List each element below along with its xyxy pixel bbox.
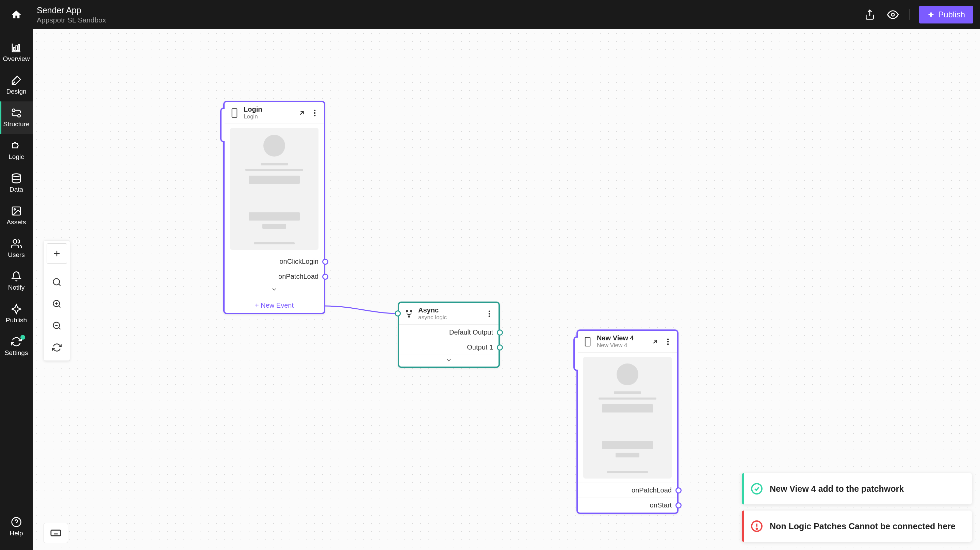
add-node-button[interactable] — [47, 243, 67, 264]
sidebar-item-notify[interactable]: Notify — [0, 265, 33, 298]
search-button[interactable] — [47, 272, 67, 292]
node-newview4[interactable]: New View 4 New View 4 onPatchLoad — [576, 330, 679, 514]
phone-icon — [229, 108, 240, 118]
svg-point-37 — [488, 310, 490, 312]
search-icon — [52, 277, 62, 287]
svg-point-31 — [314, 110, 316, 111]
share-button[interactable] — [863, 8, 877, 21]
sidebar-item-help[interactable]: Help — [0, 510, 33, 543]
sidebar-item-settings[interactable]: Settings — [0, 330, 33, 363]
event-onpatchload[interactable]: onPatchLoad — [224, 269, 324, 284]
home-button[interactable] — [7, 0, 26, 29]
preview-button[interactable] — [886, 8, 900, 21]
svg-line-17 — [59, 306, 60, 307]
sidebar-item-label: Users — [8, 251, 25, 259]
svg-rect-23 — [51, 530, 60, 536]
node-async[interactable]: Async async logic Default Output Output … — [398, 301, 500, 368]
sidebar-item-users[interactable]: Users — [0, 232, 33, 265]
output-port[interactable] — [675, 487, 682, 494]
event-label: onClickLogin — [279, 258, 318, 265]
sidebar-item-publish[interactable]: Publish — [0, 298, 33, 330]
settings-badge — [21, 335, 25, 340]
chevron-down-icon — [445, 358, 452, 362]
expand-button[interactable] — [298, 108, 306, 117]
svg-point-5 — [12, 109, 15, 112]
output-port[interactable] — [675, 502, 682, 509]
svg-rect-40 — [585, 337, 590, 346]
svg-point-42 — [667, 338, 669, 340]
svg-point-39 — [488, 316, 490, 317]
sidebar-item-logic[interactable]: Logic — [0, 134, 33, 167]
sidebar-item-overview[interactable]: Overview — [0, 36, 33, 69]
eye-icon — [887, 9, 899, 21]
canvas[interactable]: Login Login onClickLogin onPatchLo — [33, 29, 980, 550]
more-button[interactable] — [310, 108, 319, 117]
bell-icon — [11, 271, 22, 282]
output-port[interactable] — [497, 330, 503, 336]
node-header: Login Login — [224, 102, 324, 124]
more-button[interactable] — [485, 309, 494, 318]
alert-circle-icon — [751, 520, 763, 532]
pencil-ruler-icon — [11, 75, 22, 86]
home-icon — [11, 9, 22, 20]
svg-point-14 — [53, 279, 60, 285]
zoom-out-button[interactable] — [47, 316, 67, 336]
output-default[interactable]: Default Output — [399, 325, 498, 340]
sidebar-item-assets[interactable]: Assets — [0, 199, 33, 232]
output-port[interactable] — [322, 259, 328, 265]
phone-icon — [582, 336, 593, 347]
zoom-in-button[interactable] — [47, 294, 67, 314]
input-port[interactable] — [395, 310, 401, 317]
event-onstart[interactable]: onStart — [578, 497, 677, 513]
publish-button[interactable]: Publish — [919, 6, 973, 24]
svg-point-10 — [13, 240, 17, 243]
refresh-button[interactable] — [47, 337, 67, 358]
svg-rect-2 — [14, 48, 15, 50]
node-subtitle: async logic — [418, 314, 481, 321]
puzzle-icon — [11, 140, 22, 151]
chevron-down-icon — [271, 287, 278, 292]
sidebar-item-label: Assets — [6, 218, 26, 226]
more-button[interactable] — [663, 337, 672, 346]
svg-point-48 — [756, 528, 757, 529]
image-icon — [11, 206, 22, 217]
sidebar-item-structure[interactable]: Structure — [0, 101, 33, 134]
share-icon — [864, 9, 875, 20]
event-onclicklogin[interactable]: onClickLogin — [224, 254, 324, 269]
publish-label: Publish — [938, 10, 965, 19]
output-1[interactable]: Output 1 — [399, 340, 498, 355]
collapse-events-button[interactable] — [224, 284, 324, 296]
node-login[interactable]: Login Login onClickLogin onPatchLo — [223, 101, 325, 314]
output-port[interactable] — [497, 344, 503, 351]
sidebar-item-label: Structure — [3, 121, 29, 128]
output-port[interactable] — [322, 274, 328, 280]
sidebar-item-data[interactable]: Data — [0, 167, 33, 199]
plus-icon — [52, 249, 62, 258]
app-subtitle: Appspotr SL Sandbox — [37, 16, 106, 24]
event-onpatchload[interactable]: onPatchLoad — [578, 483, 677, 497]
rocket-icon — [927, 11, 935, 18]
help-icon — [11, 517, 22, 528]
zoom-in-icon — [52, 299, 62, 309]
svg-rect-3 — [16, 46, 18, 50]
users-icon — [11, 238, 22, 249]
toast-success: New View 4 add to the patchwork — [742, 473, 972, 504]
node-header: New View 4 New View 4 — [578, 331, 677, 352]
keyboard-button[interactable] — [43, 523, 68, 543]
svg-point-6 — [18, 114, 21, 117]
add-event-button[interactable]: + New Event — [224, 296, 324, 313]
svg-line-21 — [59, 327, 60, 329]
svg-point-35 — [410, 310, 412, 312]
node-handle[interactable] — [220, 108, 224, 142]
refresh-icon — [52, 343, 62, 352]
structure-icon — [11, 108, 22, 118]
svg-point-38 — [488, 313, 490, 314]
svg-point-34 — [406, 310, 408, 312]
sidebar-item-label: Design — [6, 88, 26, 95]
sidebar-item-design[interactable]: Design — [0, 69, 33, 101]
expand-button[interactable] — [651, 337, 659, 346]
rocket-icon — [11, 304, 22, 314]
node-handle[interactable] — [573, 336, 578, 371]
collapse-outputs-button[interactable] — [399, 355, 498, 367]
node-preview — [583, 357, 672, 478]
